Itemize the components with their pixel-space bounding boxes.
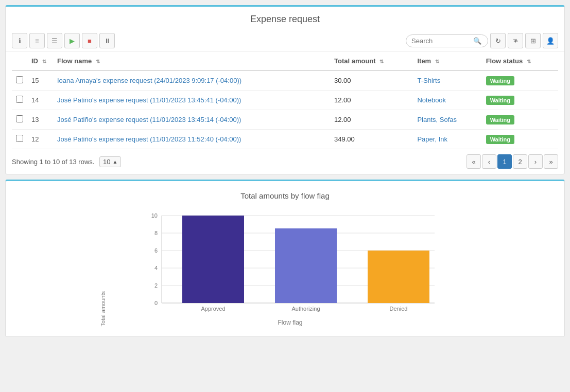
- sort-icon-total-amount: ⇅: [379, 59, 384, 64]
- row-checkbox-1[interactable]: [12, 91, 27, 110]
- svg-text:10: 10: [151, 212, 157, 219]
- chart-container: Total amounts 10 8 6: [16, 210, 554, 326]
- row-flow-name-3[interactable]: José Patiño's expense request (11/01/202…: [53, 130, 330, 149]
- bar-denied: [368, 251, 429, 303]
- status-badge-0: Waiting: [486, 76, 514, 85]
- svg-text:2: 2: [154, 282, 157, 289]
- col-header-check: [12, 52, 27, 70]
- col-header-flow-status[interactable]: Flow status ⇅: [482, 52, 558, 70]
- play-button[interactable]: ▶: [64, 33, 80, 48]
- sort-icon-flow-name: ⇅: [96, 59, 100, 64]
- showing-text: Showing 1 to 10 of 13 rows. 10 ▲: [12, 156, 121, 167]
- row-checkbox-3[interactable]: [12, 130, 27, 149]
- toolbar: ℹ ≡ ☰ ▶ ■ ⏸ 🔍 ↻ ⅌ ⊞ 👤: [6, 30, 564, 52]
- row-id-0: 15: [27, 70, 53, 91]
- pagination-prev[interactable]: ‹: [482, 154, 496, 169]
- col-header-flow-name[interactable]: Flow name ⇅: [53, 52, 330, 70]
- table-row: 15 Ioana Amaya's expense request (24/01/…: [12, 70, 558, 91]
- svg-text:0: 0: [154, 300, 157, 306]
- pagination-first[interactable]: «: [467, 154, 481, 169]
- chart-title: Total amounts by flow flag: [16, 191, 554, 200]
- col-header-id[interactable]: ID ⇅: [27, 52, 53, 70]
- row-status-3: Waiting: [482, 130, 558, 149]
- search-icon: 🔍: [473, 37, 481, 45]
- row-item-3[interactable]: Paper, Ink: [413, 130, 481, 149]
- info-button[interactable]: ℹ: [12, 33, 27, 48]
- row-status-2: Waiting: [482, 110, 558, 130]
- refresh-button[interactable]: ↻: [490, 33, 506, 48]
- chart-panel: Total amounts by flow flag Total amounts: [5, 180, 565, 337]
- stop-button[interactable]: ■: [82, 33, 97, 48]
- bar-authorizing: [275, 228, 337, 303]
- row-id-3: 12: [27, 130, 53, 149]
- rows-per-page-selector[interactable]: 10 ▲: [99, 156, 121, 167]
- sort-icon-flow-status: ⇅: [527, 59, 531, 64]
- pagination-next[interactable]: ›: [528, 154, 543, 169]
- pause-button[interactable]: ⏸: [99, 33, 115, 48]
- tag-button[interactable]: ⅌: [508, 33, 523, 48]
- sort-icon-item: ⇅: [435, 59, 439, 64]
- status-badge-2: Waiting: [486, 115, 514, 124]
- y-axis-label: Total amounts: [100, 291, 106, 326]
- row-total-amount-1: 12.00: [330, 91, 413, 110]
- page-wrapper: Expense request ℹ ≡ ☰ ▶ ■ ⏸ 🔍 ↻ ⅌ ⊞ 👤: [0, 5, 570, 392]
- svg-text:8: 8: [154, 230, 157, 236]
- status-badge-1: Waiting: [486, 96, 514, 105]
- row-status-0: Waiting: [482, 70, 558, 91]
- col-header-total-amount[interactable]: Total amount ⇅: [330, 52, 413, 70]
- bar-chart-svg: 10 8 6 4 2 0 Approved Authorizing Denied: [110, 210, 471, 313]
- row-flow-name-0[interactable]: Ioana Amaya's expense request (24/01/202…: [53, 70, 330, 91]
- row-status-1: Waiting: [482, 91, 558, 110]
- page-title: Expense request: [6, 7, 564, 30]
- pagination-page-2[interactable]: 2: [513, 154, 527, 169]
- row-checkbox-0[interactable]: [12, 70, 27, 91]
- table-footer: Showing 1 to 10 of 13 rows. 10 ▲ « ‹ 1 2…: [6, 149, 564, 174]
- sort-icon-id: ⇅: [42, 59, 46, 64]
- table-wrapper: ID ⇅ Flow name ⇅ Total amount ⇅ Item: [6, 52, 564, 149]
- top-panel: Expense request ℹ ≡ ☰ ▶ ■ ⏸ 🔍 ↻ ⅌ ⊞ 👤: [5, 5, 565, 174]
- svg-text:Denied: Denied: [389, 306, 407, 312]
- expense-table: ID ⇅ Flow name ⇅ Total amount ⇅ Item: [12, 52, 558, 149]
- table-row: 14 José Patiño's expense request (11/01/…: [12, 91, 558, 110]
- row-id-1: 14: [27, 91, 53, 110]
- row-flow-name-1[interactable]: José Patiño's expense request (11/01/202…: [53, 91, 330, 110]
- table-row: 13 José Patiño's expense request (11/01/…: [12, 110, 558, 130]
- row-total-amount-2: 12.00: [330, 110, 413, 130]
- search-box: 🔍: [406, 34, 488, 47]
- x-axis-label: Flow flag: [110, 319, 471, 326]
- svg-text:Approved: Approved: [201, 306, 225, 312]
- svg-text:Authorizing: Authorizing: [291, 306, 320, 312]
- row-item-0[interactable]: T-Shirts: [413, 70, 481, 91]
- list2-button[interactable]: ☰: [47, 33, 62, 48]
- search-input[interactable]: [411, 37, 473, 45]
- row-total-amount-0: 30.00: [330, 70, 413, 91]
- pagination-last[interactable]: »: [544, 154, 558, 169]
- table-row: 12 José Patiño's expense request (11/01/…: [12, 130, 558, 149]
- col-header-item[interactable]: Item ⇅: [413, 52, 481, 70]
- list-button[interactable]: ≡: [29, 33, 45, 48]
- row-total-amount-3: 349.00: [330, 130, 413, 149]
- svg-text:4: 4: [154, 265, 157, 271]
- row-item-1[interactable]: Notebook: [413, 91, 481, 110]
- pagination-page-1[interactable]: 1: [497, 154, 512, 169]
- chart-area: 10 8 6 4 2 0 Approved Authorizing Denied: [110, 210, 471, 326]
- row-id-2: 13: [27, 110, 53, 130]
- svg-text:6: 6: [154, 247, 157, 254]
- row-item-2[interactable]: Plants, Sofas: [413, 110, 481, 130]
- dropdown-arrow-icon: ▲: [113, 159, 118, 165]
- row-checkbox-2[interactable]: [12, 110, 27, 130]
- bar-approved: [182, 216, 244, 303]
- status-badge-3: Waiting: [486, 135, 514, 144]
- user-button[interactable]: 👤: [543, 33, 558, 48]
- grid-button[interactable]: ⊞: [525, 33, 541, 48]
- pagination: « ‹ 1 2 › »: [467, 154, 558, 169]
- row-flow-name-2[interactable]: José Patiño's expense request (11/01/202…: [53, 110, 330, 130]
